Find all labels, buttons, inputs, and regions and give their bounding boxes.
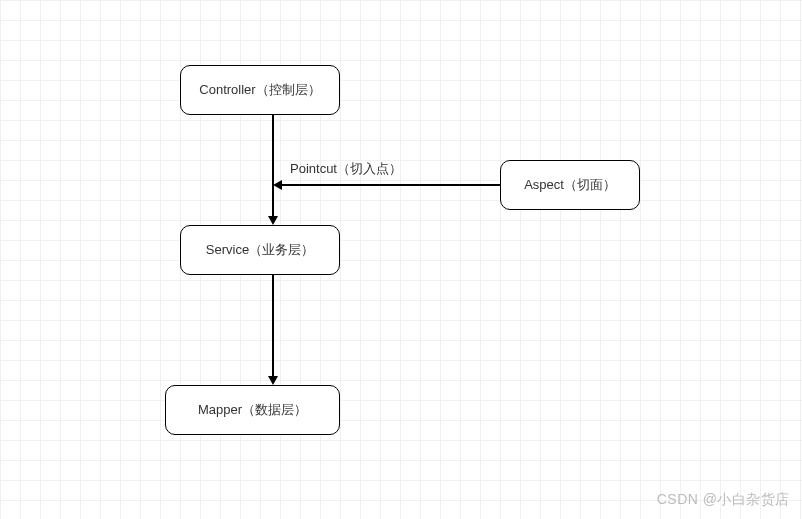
node-mapper: Mapper（数据层） — [165, 385, 340, 435]
edge-aspect-to-pointcut — [282, 184, 500, 186]
arrow-head-down-icon — [268, 376, 278, 385]
edge-service-to-mapper — [272, 275, 274, 376]
node-mapper-label: Mapper（数据层） — [198, 401, 307, 419]
node-controller: Controller（控制层） — [180, 65, 340, 115]
arrow-head-down-icon — [268, 216, 278, 225]
node-service-label: Service（业务层） — [206, 241, 314, 259]
arrow-head-left-icon — [273, 180, 282, 190]
edge-label-pointcut: Pointcut（切入点） — [290, 160, 402, 178]
node-aspect: Aspect（切面） — [500, 160, 640, 210]
node-service: Service（业务层） — [180, 225, 340, 275]
edge-controller-to-service — [272, 115, 274, 216]
watermark: CSDN @小白杂货店 — [657, 491, 790, 509]
node-aspect-label: Aspect（切面） — [524, 176, 616, 194]
node-controller-label: Controller（控制层） — [199, 81, 320, 99]
